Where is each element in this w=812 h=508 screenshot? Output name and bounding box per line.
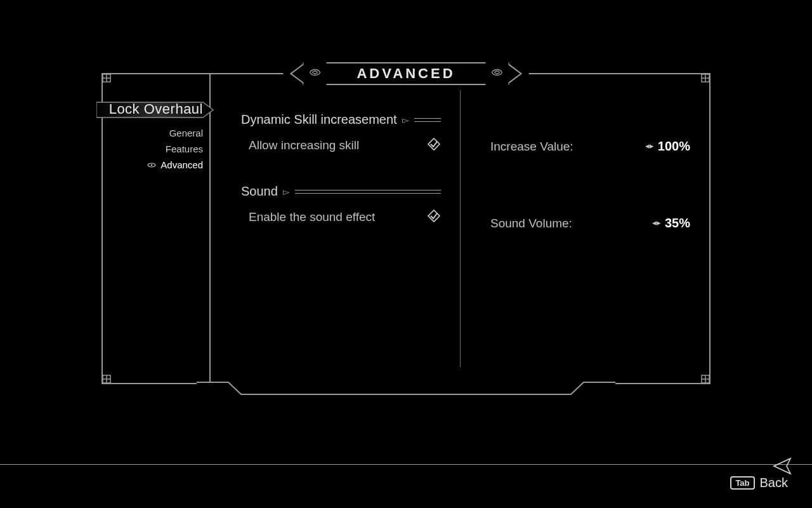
left-column: Dynamic Skill increasement ▻ Allow incre… [211, 74, 460, 383]
sidebar: Lock Overhaul General Features Advanced [103, 74, 211, 383]
rule-arrow-icon: ▻ [283, 190, 290, 193]
option-label: Enable the sound effect [249, 210, 427, 224]
option-allow-increasing-skill[interactable]: Allow increasing skill [241, 133, 441, 170]
slider-value: 100% [658, 139, 690, 154]
section-header-sound: Sound ▻ [241, 184, 441, 199]
section-rule [295, 190, 441, 194]
section-title: Sound [241, 184, 278, 199]
checkbox-checked-icon [427, 209, 441, 225]
footer-divider [0, 464, 812, 465]
back-label: Back [760, 476, 788, 490]
config-panel: ADVANCED Lo [102, 73, 710, 384]
slider-value: 35% [665, 216, 690, 231]
panel-chin-ornament-icon [197, 382, 615, 396]
slider-increase-value[interactable]: Increase Value: ◂▸ 100% [490, 135, 690, 189]
sidebar-item-label: Features [166, 144, 203, 154]
active-marker-icon [147, 159, 156, 170]
column-divider [460, 90, 461, 367]
sidebar-item-label: Advanced [160, 159, 203, 170]
section-title: Dynamic Skill increasement [241, 112, 397, 127]
option-label: Allow increasing skill [249, 138, 427, 152]
svg-point-4 [151, 164, 153, 166]
slider-sound-volume[interactable]: Sound Volume: ◂▸ 35% [490, 189, 690, 266]
sidebar-item-label: General [169, 128, 203, 138]
slider-arrows-icon: ◂▸ [652, 218, 661, 227]
slider-label: Increase Value: [490, 140, 645, 154]
section-header-skill: Dynamic Skill increasement ▻ [241, 112, 441, 127]
sidebar-item-features[interactable]: Features [147, 141, 203, 157]
back-button[interactable]: Tab Back [730, 476, 788, 490]
sidebar-nav: General Features Advanced [147, 125, 203, 173]
content-area: Dynamic Skill increasement ▻ Allow incre… [211, 74, 709, 383]
sidebar-item-advanced[interactable]: Advanced [147, 157, 203, 173]
section-rule [414, 118, 441, 122]
checkbox-checked-icon [427, 137, 441, 154]
key-hint: Tab [730, 476, 754, 490]
mod-title-label: Lock Overhaul [109, 101, 203, 117]
rule-arrow-icon: ▻ [402, 119, 409, 121]
slider-arrows-icon: ◂▸ [645, 141, 654, 150]
slider-label: Sound Volume: [490, 217, 652, 231]
option-enable-sound-effect[interactable]: Enable the sound effect [241, 205, 441, 242]
cursor-icon [771, 455, 794, 478]
right-column: Increase Value: ◂▸ 100% Sound Volume: ◂▸… [460, 74, 709, 383]
sidebar-item-general[interactable]: General [147, 125, 203, 141]
mod-title[interactable]: Lock Overhaul [96, 97, 217, 123]
